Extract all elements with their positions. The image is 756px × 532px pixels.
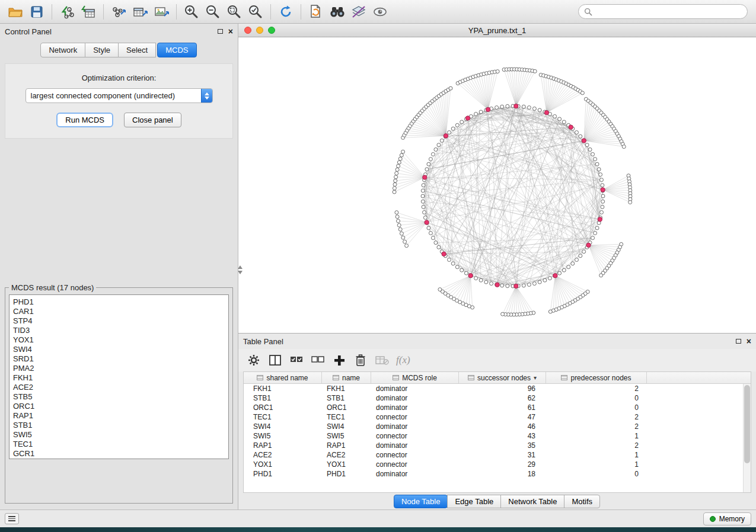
- zoom-selected-button[interactable]: [245, 2, 266, 21]
- close-panel-button[interactable]: Close panel: [124, 113, 181, 127]
- sort-arrow-icon[interactable]: ▾: [534, 374, 537, 381]
- network-canvas[interactable]: [238, 37, 756, 333]
- table-settings-button[interactable]: [244, 351, 263, 369]
- dropdown-value: largest connected component (undirected): [26, 91, 201, 100]
- minimize-window-icon[interactable]: [256, 27, 263, 34]
- table-row[interactable]: TEC1TEC1connector472: [244, 412, 751, 422]
- table-cell: 0: [546, 393, 647, 403]
- mcds-result-item[interactable]: SWI4: [13, 345, 227, 354]
- network-window-titlebar[interactable]: YPA_prune.txt_1: [238, 24, 756, 37]
- tab-select[interactable]: Select: [118, 43, 156, 57]
- table-cell: FKH1: [322, 384, 371, 393]
- mcds-result-item[interactable]: SRD1: [13, 354, 227, 364]
- column-grid-icon: [257, 375, 263, 380]
- tab-network[interactable]: Network: [40, 43, 85, 57]
- mcds-result-item[interactable]: YOX1: [13, 335, 227, 345]
- filter-layers-button[interactable]: [348, 2, 369, 21]
- mcds-result-item[interactable]: GCR1: [13, 449, 227, 459]
- import-network-button[interactable]: [56, 2, 78, 21]
- tab-network-table[interactable]: Network Table: [500, 495, 564, 508]
- task-history-button[interactable]: [5, 513, 19, 524]
- tab-motifs[interactable]: Motifs: [564, 495, 600, 508]
- first-neighbors-button[interactable]: [327, 2, 348, 21]
- run-mcds-button[interactable]: Run MCDS: [56, 113, 113, 127]
- create-column-button[interactable]: [330, 351, 349, 369]
- table-row[interactable]: SWI4SWI4dominator462: [244, 422, 751, 431]
- mcds-result-item[interactable]: SWI5: [13, 430, 227, 440]
- mcds-panel: Optimization criterion: largest connecte…: [5, 63, 233, 139]
- zoom-fit-button[interactable]: [224, 2, 245, 21]
- table-row[interactable]: RAP1RAP1dominator352: [244, 441, 751, 450]
- column-header-predecessor-nodes[interactable]: predecessor nodes: [546, 372, 647, 383]
- tab-node-table[interactable]: Node Table: [394, 495, 448, 508]
- table-row[interactable]: YOX1YOX1connector291: [244, 460, 751, 469]
- mcds-result-item[interactable]: TID3: [13, 326, 227, 335]
- import-table-button[interactable]: [78, 2, 99, 21]
- mcds-result-item[interactable]: TEC1: [13, 440, 227, 449]
- table-row[interactable]: STB1STB1dominator620: [244, 393, 751, 403]
- optimization-criterion-dropdown[interactable]: largest connected component (undirected): [25, 88, 213, 103]
- network-graph[interactable]: [238, 37, 755, 334]
- mcds-result-item[interactable]: ACE2: [13, 383, 227, 392]
- select-all-button[interactable]: [287, 351, 306, 369]
- share-document-button[interactable]: [305, 2, 327, 21]
- show-hide-button[interactable]: [369, 2, 391, 21]
- tab-style[interactable]: Style: [85, 43, 119, 57]
- mcds-result-item[interactable]: PMA2: [13, 364, 227, 373]
- close-window-icon[interactable]: [244, 27, 251, 34]
- float-panel-icon[interactable]: [218, 29, 223, 34]
- function-builder-icon[interactable]: f(x): [396, 354, 410, 366]
- save-button[interactable]: [26, 2, 47, 21]
- table-row[interactable]: SWI5SWI5connector431: [244, 431, 751, 441]
- table-row[interactable]: PHD1PHD1dominator180: [244, 469, 751, 479]
- splitter-collapse-icon[interactable]: [238, 265, 243, 269]
- search-box[interactable]: [578, 4, 748, 19]
- delete-column-button[interactable]: [351, 351, 370, 369]
- export-network-button[interactable]: [108, 2, 129, 21]
- column-header-mcds-role[interactable]: MCDS role: [371, 372, 459, 383]
- table-cell: connector: [371, 412, 459, 422]
- memory-button[interactable]: Memory: [703, 512, 751, 525]
- splitter-expand-icon[interactable]: [238, 271, 243, 274]
- column-header-name[interactable]: name: [322, 372, 371, 383]
- table-scrollbar[interactable]: [743, 384, 751, 492]
- mcds-result-item[interactable]: STB5: [13, 392, 227, 402]
- tab-edge-table[interactable]: Edge Table: [447, 495, 501, 508]
- zoom-in-button[interactable]: [181, 2, 202, 21]
- table-cell: connector: [371, 431, 459, 441]
- column-header-filler: [647, 372, 751, 383]
- table-row[interactable]: ORC1ORC1dominator610: [244, 403, 751, 412]
- refresh-layout-button[interactable]: [275, 2, 296, 21]
- mcds-result-item[interactable]: ORC1: [13, 402, 227, 411]
- delete-table-button[interactable]: [372, 351, 391, 369]
- mcds-result-item[interactable]: RAP1: [13, 411, 227, 421]
- show-columns-button[interactable]: [266, 351, 285, 369]
- table-row[interactable]: FKH1FKH1dominator962: [244, 384, 751, 393]
- table-row[interactable]: ACE2ACE2connector311: [244, 450, 751, 460]
- column-header-successor-nodes[interactable]: successor nodes▾: [459, 372, 546, 383]
- deselect-all-button[interactable]: [308, 351, 327, 369]
- main-area: Control Panel × NetworkStyleSelectMCDS O…: [0, 24, 756, 509]
- mcds-result-item[interactable]: PHD1: [13, 297, 227, 307]
- close-panel-icon[interactable]: ×: [747, 337, 751, 345]
- table-cell: connector: [371, 460, 459, 469]
- mcds-result-item[interactable]: CAR1: [13, 307, 227, 316]
- column-label: shared name: [266, 374, 308, 382]
- panel-splitter[interactable]: [238, 265, 242, 274]
- mcds-result-item[interactable]: FKH1: [13, 373, 227, 383]
- export-image-button[interactable]: [151, 2, 172, 21]
- column-header-shared-name[interactable]: shared name: [244, 372, 322, 383]
- maximize-window-icon[interactable]: [268, 27, 275, 34]
- search-input[interactable]: [596, 7, 742, 16]
- export-table-button[interactable]: [129, 2, 151, 21]
- mcds-result-item[interactable]: STP4: [13, 316, 227, 326]
- zoom-out-button[interactable]: [202, 2, 224, 21]
- scrollbar-thumb[interactable]: [744, 385, 750, 463]
- close-panel-icon[interactable]: ×: [228, 27, 233, 36]
- mcds-result-list[interactable]: PHD1CAR1STP4TID3YOX1SWI4SRD1PMA2FKH1ACE2…: [9, 294, 229, 459]
- float-panel-icon[interactable]: [736, 339, 741, 344]
- control-panel: Control Panel × NetworkStyleSelectMCDS O…: [0, 24, 238, 509]
- mcds-result-item[interactable]: STB1: [13, 421, 227, 430]
- open-file-button[interactable]: [5, 2, 26, 21]
- tab-mcds[interactable]: MCDS: [157, 43, 196, 57]
